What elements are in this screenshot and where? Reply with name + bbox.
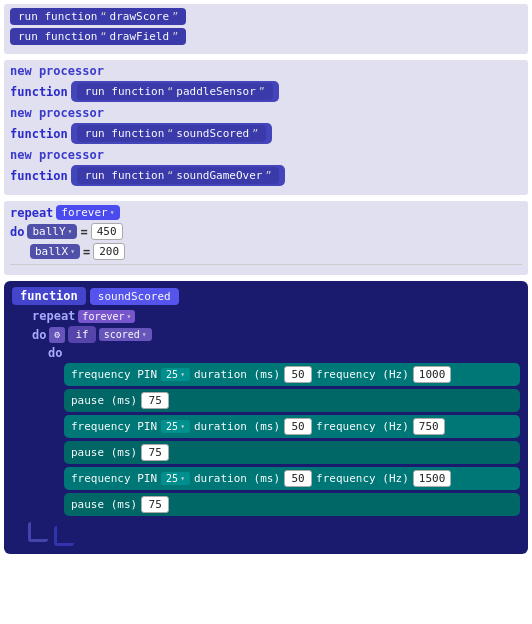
bally-value[interactable]: 450 [91,223,123,240]
freq-row-3-wrapper: frequency PIN 25 ▾ duration (ms) 50 freq… [64,467,520,490]
run-drawscore-row: run function “ drawScore ” [10,8,522,25]
soundscored-function-block: function soundScored repeat forever ▾ do… [4,281,528,554]
freq-row-2-wrapper: frequency PIN 25 ▾ duration (ms) 50 freq… [64,415,520,438]
run-function-drawfield[interactable]: run function “ drawField ” [10,28,186,45]
function-kw: function [12,287,86,305]
scored-dropdown[interactable]: scored ▾ [99,328,152,341]
pause-val-3[interactable]: 75 [141,496,169,513]
dur-lbl2: duration (ms) [194,420,280,433]
ballx-value[interactable]: 200 [93,243,125,260]
run-fn-lbl3: run function [85,169,164,182]
processor-1-fn-row: function run function “ paddleSensor ” [10,81,522,102]
pause-lbl3: pause (ms) [71,498,137,511]
pause-row-3-wrapper: pause (ms) 75 [64,493,520,516]
hz-lbl1: frequency (Hz) [316,368,409,381]
run-func-paddlesensor[interactable]: run function “ paddleSensor ” [77,83,273,100]
pin-dd-3[interactable]: 25 ▾ [161,472,190,485]
ballx-name: ballX [35,245,68,258]
do-row: do ballY ▾ = 450 [10,223,522,240]
soundscored-name: soundScored [176,127,249,140]
run-function-block: run function “ drawScore ” run function … [4,4,528,54]
fn-soundscored-header: function soundScored [12,287,520,305]
pause-row-1-wrapper: pause (ms) 75 [64,389,520,412]
close-quote: ” [172,11,178,22]
do-kw-row: do ⚙ if scored ▾ [32,326,520,343]
pause-val-2[interactable]: 75 [141,444,169,461]
new-processor-3-label: new processor [10,148,522,162]
freq-row-3: frequency PIN 25 ▾ duration (ms) 50 freq… [64,467,520,490]
freq-row-1: frequency PIN 25 ▾ duration (ms) 50 freq… [64,363,520,386]
bracket-outer [54,526,74,546]
pause-lbl1: pause (ms) [71,394,137,407]
dur-lbl1: duration (ms) [194,368,280,381]
run-function-drawscore[interactable]: run function “ drawScore ” [10,8,186,25]
soundgameover-name: soundGameOver [176,169,262,182]
processor-3-func[interactable]: run function “ soundGameOver ” [71,165,286,186]
repeat-forever-2: repeat forever ▾ [32,309,520,323]
dur-val-2[interactable]: 50 [284,418,312,435]
inner-do-kw: do [48,346,520,360]
run-func-soundgameover[interactable]: run function “ soundGameOver ” [77,167,280,184]
processor-1-func[interactable]: run function “ paddleSensor ” [71,81,279,102]
run-func-soundscored[interactable]: run function “ soundScored ” [77,125,266,142]
pin-dd-1[interactable]: 25 ▾ [161,368,190,381]
ballx-dropdown[interactable]: ballX ▾ [30,244,80,259]
freq-row-1-wrapper: frequency PIN 25 ▾ duration (ms) 50 freq… [64,363,520,386]
pause-lbl2: pause (ms) [71,446,137,459]
pause-row-1: pause (ms) 75 [64,389,520,412]
if-pill: if [68,326,95,343]
ballx-row: ballX ▾ = 200 [30,243,522,260]
hz-val-2[interactable]: 750 [413,418,445,435]
pause-val-1[interactable]: 75 [141,392,169,409]
drawscore-name: drawScore [110,10,170,23]
hz-lbl3: frequency (Hz) [316,472,409,485]
processor-3-fn-row: function run function “ soundGameOver ” [10,165,522,186]
pin-dd-2[interactable]: 25 ▾ [161,420,190,433]
freq-pin-lbl2: frequency PIN [71,420,157,433]
freq-pin-lbl3: frequency PIN [71,472,157,485]
equals-2: = [83,245,90,259]
new-processor-1-label: new processor [10,64,522,78]
new-processor-2-label: new processor [10,106,522,120]
repeat-kw: repeat [32,309,75,323]
pause-row-2-wrapper: pause (ms) 75 [64,441,520,464]
forever-arrow: ▾ [110,208,115,217]
dur-lbl3: duration (ms) [194,472,280,485]
hz-val-3[interactable]: 1500 [413,470,452,487]
run-fn-lbl2: run function [85,127,164,140]
processor-2-func[interactable]: run function “ soundScored ” [71,123,272,144]
dur-val-3[interactable]: 50 [284,470,312,487]
run-fn-lbl1: run function [85,85,164,98]
gear-icon[interactable]: ⚙ [49,327,65,343]
bally-dropdown[interactable]: ballY ▾ [27,224,77,239]
repeat-forever-row: repeat forever ▾ [10,205,522,220]
freq-row-2: frequency PIN 25 ▾ duration (ms) 50 freq… [64,415,520,438]
pause-row-3: pause (ms) 75 [64,493,520,516]
processors-block: new processor function run function “ pa… [4,60,528,195]
open-quote: “ [100,11,106,22]
soundscored-fn-name: soundScored [90,288,179,305]
run-function-label: run function [18,10,97,23]
equals-1: = [80,225,87,239]
hz-val-1[interactable]: 1000 [413,366,452,383]
paddlesensor-name: paddleSensor [176,85,255,98]
repeat-block: repeat forever ▾ do ballY ▾ = 450 ballX … [4,201,528,275]
pause-row-2: pause (ms) 75 [64,441,520,464]
close-brackets [28,522,520,546]
divider [10,264,522,265]
run-function-label2: run function [18,30,97,43]
bally-name: ballY [32,225,65,238]
freq-pin-lbl1: frequency PIN [71,368,157,381]
forever-dd-2[interactable]: forever ▾ [78,310,135,323]
run-drawfield-row: run function “ drawField ” [10,28,522,45]
drawfield-name: drawField [110,30,170,43]
dur-val-1[interactable]: 50 [284,366,312,383]
forever-dropdown[interactable]: forever ▾ [56,205,119,220]
bracket-inner [28,522,48,542]
hz-lbl2: frequency (Hz) [316,420,409,433]
processor-2-fn-row: function run function “ soundScored ” [10,123,522,144]
